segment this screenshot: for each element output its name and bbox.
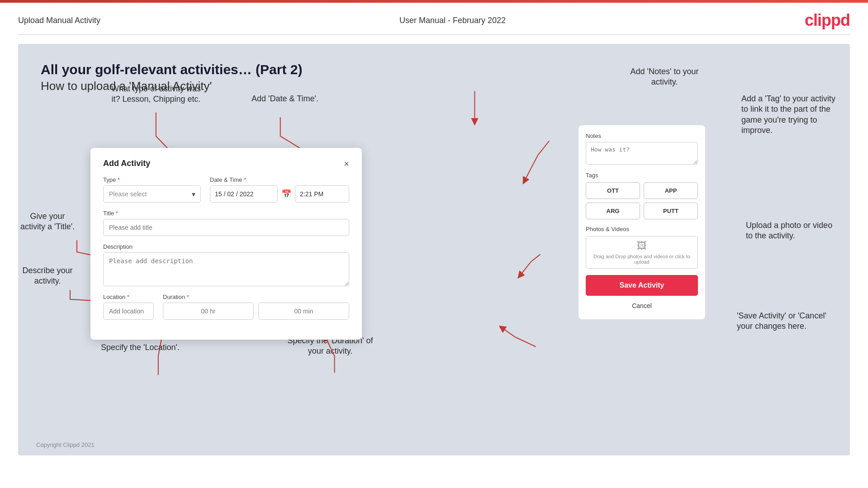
datetime-group: Date & Time * 📅 xyxy=(210,176,349,203)
photos-upload-text: Drag and Drop photos and videos or click… xyxy=(586,254,697,265)
title-row: Title * xyxy=(103,210,349,236)
phone-panel: Notes Tags OTT APP ARG PUTT Photos & Vid… xyxy=(579,125,705,319)
calendar-icon: 📅 xyxy=(281,189,291,199)
annotation-save: 'Save Activity' or 'Cancel' your changes… xyxy=(737,311,841,332)
header-center: User Manual - February 2022 xyxy=(399,16,506,25)
title-group: Title * xyxy=(103,210,349,236)
datetime-label: Date & Time * xyxy=(210,176,349,183)
type-group: Type * Please select xyxy=(103,176,201,203)
header-left: Upload Manual Activity xyxy=(18,16,100,25)
annotation-location: Specify the 'Location'. xyxy=(95,342,185,353)
notes-input[interactable] xyxy=(586,142,698,165)
annotation-title: Give your activity a 'Title'. xyxy=(18,211,77,232)
duration-hr-input[interactable] xyxy=(163,303,254,320)
description-group: Description xyxy=(103,243,349,286)
annotation-notes: Add 'Notes' to your activity. xyxy=(619,66,710,88)
location-label: Location * xyxy=(103,294,154,300)
type-label: Type * xyxy=(103,176,201,183)
annotation-activity-type: What type of activity was it? Lesson, Ch… xyxy=(106,84,206,105)
photos-label: Photos & Videos xyxy=(586,226,698,232)
location-duration-row: Location * Duration * xyxy=(103,294,349,320)
header-divider xyxy=(18,34,850,35)
date-input[interactable] xyxy=(210,185,278,203)
description-textarea[interactable] xyxy=(103,252,349,286)
annotation-upload: Upload a photo or video to the activity. xyxy=(746,220,841,242)
add-activity-dialog: Add Activity × Type * Please select Date… xyxy=(90,148,362,340)
dialog-title: Add Activity xyxy=(103,159,150,168)
phone-inner: Notes Tags OTT APP ARG PUTT Photos & Vid… xyxy=(579,125,705,319)
cancel-button[interactable]: Cancel xyxy=(586,299,698,312)
duration-group: Duration * xyxy=(163,294,349,320)
location-group: Location * xyxy=(103,294,154,320)
type-select-wrapper: Please select xyxy=(103,185,201,203)
save-activity-button[interactable]: Save Activity xyxy=(586,275,698,296)
notes-label: Notes xyxy=(586,133,698,139)
footer: Copyright Clippd 2021 xyxy=(36,441,95,448)
description-row: Description xyxy=(103,243,349,286)
title-input[interactable] xyxy=(103,219,349,236)
duration-min-input[interactable] xyxy=(258,303,349,320)
location-input[interactable] xyxy=(103,303,154,320)
tags-grid: OTT APP ARG PUTT xyxy=(586,182,698,219)
tags-label: Tags xyxy=(586,172,698,179)
logo: clippd xyxy=(805,11,850,30)
type-datetime-row: Type * Please select Date & Time * 📅 xyxy=(103,176,349,203)
duration-inputs xyxy=(163,303,349,320)
time-input[interactable] xyxy=(295,185,349,203)
type-select[interactable]: Please select xyxy=(103,185,201,203)
annotation-describe: Describe your activity. xyxy=(18,265,77,287)
tag-ott[interactable]: OTT xyxy=(586,182,640,199)
tag-putt[interactable]: PUTT xyxy=(644,203,698,219)
tag-app[interactable]: APP xyxy=(644,182,698,199)
dialog-header: Add Activity × xyxy=(103,159,349,168)
main-content: All your golf-relevant activities… (Part… xyxy=(18,44,850,455)
title-label: Title * xyxy=(103,210,349,217)
dialog-close-button[interactable]: × xyxy=(344,159,349,168)
datetime-inputs: 📅 xyxy=(210,185,349,203)
description-label: Description xyxy=(103,243,349,250)
photos-upload[interactable]: 🖼 Drag and Drop photos and videos or cli… xyxy=(586,236,698,269)
tag-arg[interactable]: ARG xyxy=(586,203,640,219)
annotation-tag: Add a 'Tag' to your activity to link it … xyxy=(741,94,841,136)
annotation-date-time: Add 'Date & Time'. xyxy=(240,94,330,104)
header: Upload Manual Activity User Manual - Feb… xyxy=(0,3,868,34)
upload-icon: 🖼 xyxy=(637,240,647,252)
duration-label: Duration * xyxy=(163,294,349,300)
